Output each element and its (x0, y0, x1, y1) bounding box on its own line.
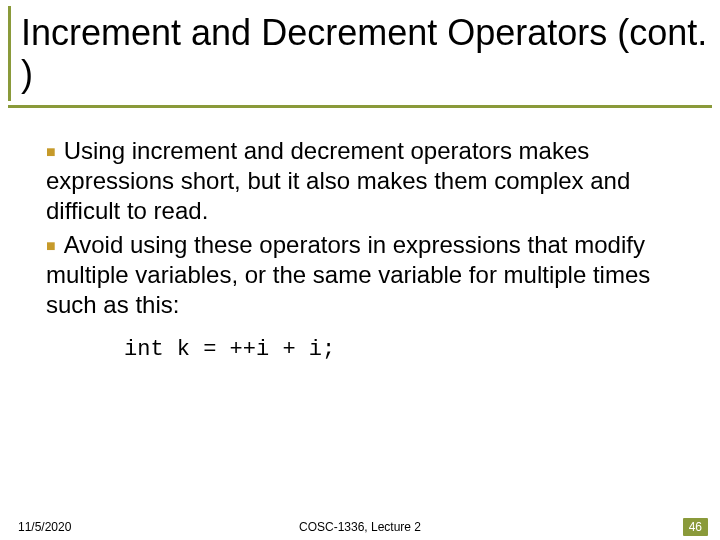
bullet-text: Avoid using these operators in expressio… (46, 231, 650, 318)
bullet-item: ■Using increment and decrement operators… (46, 136, 674, 226)
title-rule-left: Increment and Decrement Operators (cont.… (8, 6, 712, 101)
bullet-item: ■Avoid using these operators in expressi… (46, 230, 674, 320)
slide-body: ■Using increment and decrement operators… (0, 108, 720, 364)
title-rule: Increment and Decrement Operators (cont.… (8, 6, 712, 108)
footer-center: COSC-1336, Lecture 2 (0, 520, 720, 534)
square-bullet-icon: ■ (46, 142, 56, 162)
footer-page-number: 46 (683, 518, 708, 536)
bullet-text: Using increment and decrement operators … (46, 137, 630, 224)
code-sample: int k = ++i + i; (124, 336, 674, 364)
square-bullet-icon: ■ (46, 236, 56, 256)
slide-title: Increment and Decrement Operators (cont.… (21, 12, 712, 95)
slide: Increment and Decrement Operators (cont.… (0, 6, 720, 540)
